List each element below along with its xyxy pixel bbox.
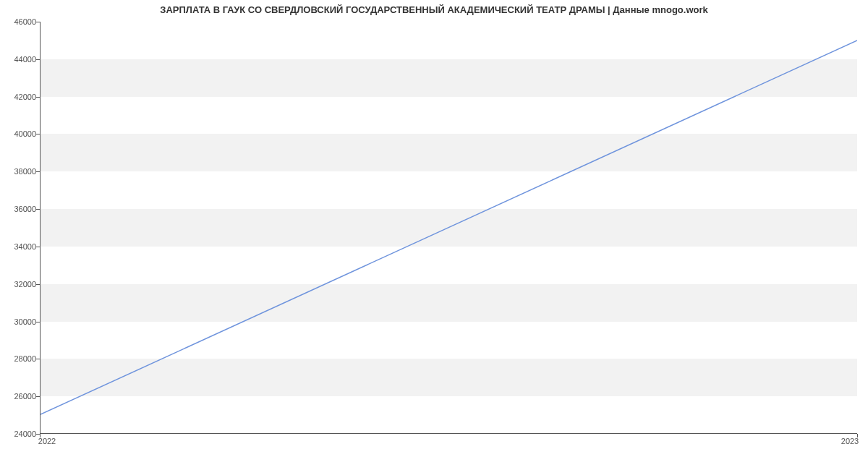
y-tick-label: 44000 [0, 55, 36, 64]
y-tick-label: 40000 [0, 129, 36, 138]
plot-area [40, 22, 857, 434]
y-tick-label: 32000 [0, 280, 36, 289]
y-tick-label: 28000 [0, 354, 36, 363]
series-line [41, 22, 857, 433]
y-tick-label: 30000 [0, 317, 36, 326]
x-tick-label: 2022 [38, 437, 56, 445]
x-tick-label: 2023 [841, 437, 859, 445]
y-tick-label: 36000 [0, 205, 36, 213]
chart-title: ЗАРПЛАТА В ГАУК СО СВЕРДЛОВСКИЙ ГОСУДАРС… [0, 4, 868, 15]
salary-line-chart: ЗАРПЛАТА В ГАУК СО СВЕРДЛОВСКИЙ ГОСУДАРС… [0, 0, 868, 470]
y-tick-label: 34000 [0, 242, 36, 251]
y-tick-label: 24000 [0, 430, 36, 438]
y-tick-label: 46000 [0, 17, 36, 26]
y-tick-label: 42000 [0, 93, 36, 101]
y-tick-label: 26000 [0, 392, 36, 401]
y-tick-label: 38000 [0, 167, 36, 176]
